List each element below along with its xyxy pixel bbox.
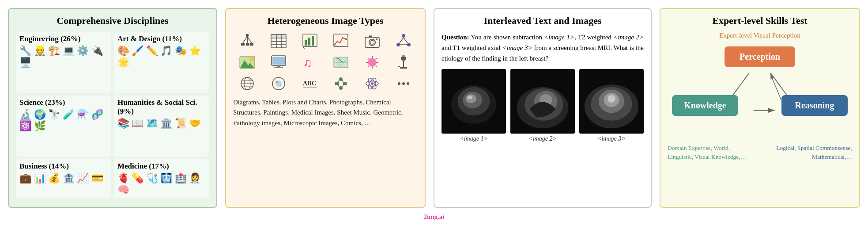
panel3-title: Interleaved Text and Images — [442, 15, 644, 27]
panel-disciplines: Comprehensive Disciplines Engineering (2… — [8, 8, 217, 208]
svg-line-49 — [368, 58, 369, 59]
svg-point-73 — [343, 82, 347, 85]
svg-point-44 — [368, 58, 377, 67]
svg-line-76 — [343, 80, 343, 84]
svg-rect-19 — [312, 36, 314, 46]
icon-map — [327, 53, 355, 72]
discipline-engineering: Engineering (26%) 🔧 👷 🏗️ 💻 ⚙️ 🔌 🖥️ — [16, 32, 111, 93]
svg-line-52 — [368, 66, 369, 67]
svg-rect-27 — [369, 36, 372, 38]
icon-camera — [358, 32, 387, 50]
icon-microscope — [389, 53, 418, 72]
svg-line-77 — [338, 84, 339, 87]
mri-caption-1: <image 1> — [460, 135, 488, 142]
medicine-label: Medicine (17%) — [117, 162, 206, 171]
skills-diagram: Perception Knowledge Reasoning Domain Ex… — [668, 46, 852, 161]
engineering-icons: 🔧 👷 🏗️ 💻 ⚙️ 🔌 🖥️ — [19, 45, 108, 68]
node-perception: Perception — [725, 46, 795, 67]
svg-point-71 — [335, 82, 338, 85]
svg-line-51 — [376, 58, 377, 59]
disciplines-grid: Engineering (26%) 🔧 👷 🏗️ 💻 ⚙️ 🔌 🖥️ Art &… — [16, 32, 209, 198]
svg-point-22 — [334, 44, 336, 46]
mri-item-2: <image 2> — [510, 69, 575, 142]
icon-landscape — [233, 53, 262, 72]
svg-point-37 — [249, 57, 254, 61]
svg-rect-39 — [272, 57, 285, 65]
svg-rect-2 — [246, 43, 249, 46]
icon-nodes — [327, 74, 355, 93]
svg-rect-41 — [274, 67, 283, 68]
icon-monitor — [264, 53, 293, 72]
svg-point-30 — [396, 43, 400, 46]
mri-images-row: <image 1> <image 2> — [442, 69, 644, 142]
mri-item-3: <image 3> — [579, 69, 644, 142]
svg-point-28 — [376, 38, 378, 40]
main-container: Comprehensive Disciplines Engineering (2… — [0, 0, 868, 212]
svg-line-50 — [376, 66, 377, 67]
mri-image-1 — [442, 69, 506, 134]
mri-caption-3: <image 3> — [597, 135, 626, 142]
svg-line-32 — [400, 38, 404, 43]
svg-rect-14 — [277, 35, 281, 38]
svg-point-102 — [608, 95, 615, 103]
skills-sub-knowledge: Domain Expertise, World, Linguistic, Vis… — [668, 144, 756, 162]
svg-line-33 — [404, 38, 408, 43]
icon-linechart — [327, 32, 355, 50]
panel-image-types: Heterogeneous Image Types — [225, 8, 426, 208]
svg-text:$: $ — [303, 46, 305, 49]
skills-subtitle: Expert-level Visual Perception — [668, 32, 852, 39]
svg-rect-0 — [246, 34, 249, 37]
humanities-label: Humanities & Social Sci. (9%) — [117, 98, 206, 116]
question-label: Question: — [442, 34, 469, 41]
icon-table — [264, 32, 293, 50]
node-knowledge: Knowledge — [672, 95, 738, 116]
svg-point-65 — [276, 81, 278, 83]
svg-line-108 — [770, 74, 781, 100]
svg-point-74 — [339, 86, 343, 90]
business-label: Business (14%) — [19, 162, 108, 171]
icon-music-notes: ♫ — [295, 53, 324, 72]
svg-point-31 — [407, 43, 411, 46]
svg-text:♫: ♫ — [303, 56, 312, 69]
business-icons: 💼 📊 💰 🏦 📈 💳 — [19, 172, 108, 184]
svg-line-78 — [343, 84, 343, 87]
mri-image-2 — [510, 69, 575, 134]
svg-rect-1 — [241, 43, 245, 46]
svg-point-26 — [370, 40, 374, 44]
svg-point-91 — [467, 96, 472, 100]
icon-diagram — [233, 32, 262, 50]
icon-chart: $ — [295, 32, 324, 50]
art-label: Art & Design (11%) — [117, 34, 206, 43]
svg-rect-18 — [308, 38, 310, 46]
icon-molecule — [389, 32, 418, 50]
humanities-icons: 📚 📖 🗺️ 🏛️ 📜 🤝 — [117, 118, 206, 129]
image-types-description: Diagrams, Tables, Plots and Charts, Phot… — [233, 97, 418, 128]
image-icons-grid: $ — [233, 32, 418, 93]
engineering-label: Engineering (26%) — [19, 34, 108, 43]
svg-rect-40 — [277, 65, 280, 67]
watermark: 2img.ai — [0, 212, 868, 224]
svg-rect-55 — [400, 67, 407, 69]
svg-point-29 — [402, 34, 405, 38]
science-icons: 🔬 🌍 🔭 🧪 ⚗️ 🧬 ⚛️ 🌿 — [19, 109, 108, 132]
mri-image-3 — [579, 69, 644, 134]
svg-point-84 — [402, 82, 405, 85]
svg-point-72 — [339, 77, 343, 81]
svg-rect-3 — [250, 43, 253, 46]
node-reasoning: Reasoning — [781, 95, 848, 116]
panel-interleaved: Interleaved Text and Images Question: Yo… — [434, 8, 652, 208]
svg-text:C: C — [312, 80, 316, 87]
svg-rect-17 — [305, 40, 307, 46]
svg-rect-13 — [272, 35, 276, 38]
svg-point-82 — [371, 82, 374, 85]
svg-point-85 — [407, 82, 409, 85]
panel2-title: Heterogeneous Image Types — [233, 15, 418, 27]
svg-point-83 — [398, 82, 400, 85]
mri-item-1: <image 1> — [442, 69, 506, 142]
svg-line-75 — [338, 80, 339, 84]
medicine-icons: 🫀 💊 🩺 🩻 🏥 👩‍⚕️ 🧠 — [117, 172, 206, 196]
panel1-title: Comprehensive Disciplines — [16, 15, 209, 27]
svg-point-66 — [279, 85, 281, 86]
icon-atoms — [358, 74, 387, 93]
panel4-title: Expert-level Skills Test — [668, 15, 852, 27]
